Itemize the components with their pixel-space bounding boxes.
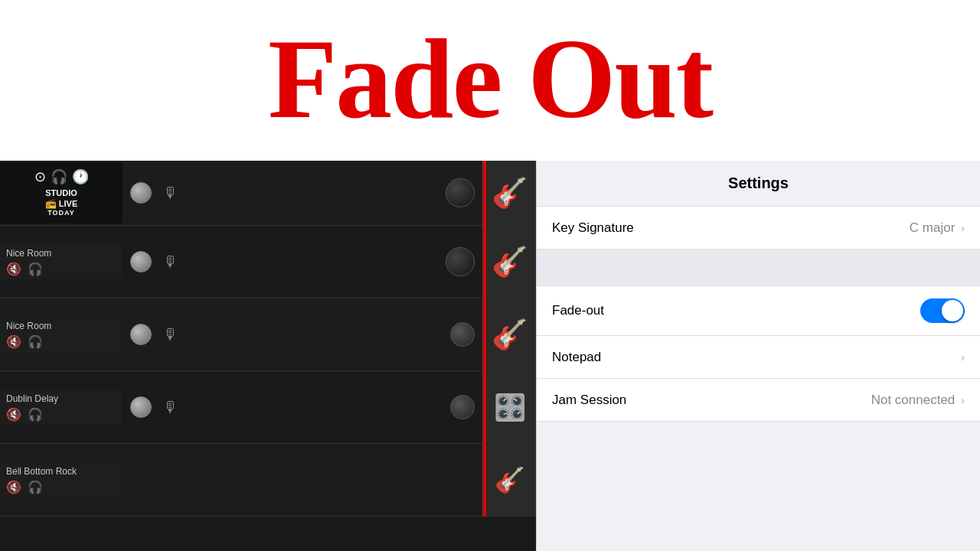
instrument-thumb-1[interactable]: 🎸 [482,161,536,230]
settings-panel: Settings Key Signature C major › Fade-ou… [536,161,980,551]
pan-knob-3[interactable] [450,322,475,347]
key-signature-value: C major › [910,220,965,236]
logo-icons: ⊙ 🎧 🕐 [34,168,89,185]
studio-logo: ⊙ 🎧 🕐 STUDIO 📻 LIVE TODAY [0,162,122,223]
solo-button-2[interactable]: 🎧 [28,262,43,276]
pan-knob-4[interactable] [450,395,475,419]
radio-icon: 📻 [45,198,57,209]
solo-button-5[interactable]: 🎧 [28,480,43,494]
title-area: Fade Out [0,0,980,161]
logo-today: TODAY [45,209,77,217]
track-buttons-5: 🔇 🎧 [6,480,116,494]
table-row: Dublin Delay 🔇 🎧 🎙 🎛️ [0,371,536,444]
mic-icon-2: 🎙 [163,253,178,271]
settings-header: Settings [537,161,980,207]
fadeout-label: Fade-out [552,303,604,318]
table-row: ⊙ 🎧 🕐 STUDIO 📻 LIVE TODAY 🎙 [0,161,536,226]
guitar-icon: 🎸 [492,176,528,210]
jam-session-value: Not connected › [871,393,965,408]
mic-icon: 🎙 [163,184,178,202]
bottom-area: ⊙ 🎧 🕐 STUDIO 📻 LIVE TODAY 🎙 [0,161,980,551]
key-signature-label: Key Signature [552,220,634,236]
logo-text-studio: STUDIO 📻 LIVE TODAY [45,188,77,217]
key-signature-text: C major [910,220,956,236]
logo-live: 📻 LIVE [45,198,77,209]
record-icon: ⊙ [34,168,46,185]
settings-item-fadeout[interactable]: Fade-out [537,286,980,336]
track-name-2: Nice Room [6,248,116,259]
track-name-5: Bell Bottom Rock [6,466,116,477]
settings-title: Settings [728,174,789,191]
guitar-icon-3: 🎸 [492,318,528,351]
chevron-right-icon-jam: › [961,394,965,406]
knobs-area-4: 🎙 [122,395,482,419]
knobs-area-3: 🎙 [122,322,482,347]
solo-button-4[interactable]: 🎧 [28,407,43,422]
track-buttons-3: 🔇 🎧 [6,334,116,349]
track-controls-3: Nice Room 🔇 🎧 [0,318,122,352]
notepad-label: Notepad [552,350,601,365]
guitar-icon-2: 🎸 [492,245,528,279]
headphones-icon: 🎧 [51,168,67,185]
instrument-thumb-2[interactable]: 🎸 [482,226,536,298]
instrument-thumb-4[interactable]: 🎛️ [482,371,536,444]
settings-item-notepad[interactable]: Notepad › [537,336,980,379]
clock-icon: 🕐 [72,168,89,185]
volume-knob[interactable] [130,182,152,204]
track-controls-5: Bell Bottom Rock 🔇 🎧 [0,463,122,497]
track-buttons-2: 🔇 🎧 [6,262,116,276]
track-controls-4: Dublin Delay 🔇 🎧 [0,390,122,425]
track-name-4: Dublin Delay [6,393,116,404]
settings-item-jam-session[interactable]: Jam Session Not connected › [537,379,980,422]
fadeout-toggle[interactable] [920,298,965,323]
main-title: Fade Out [268,22,712,135]
mic-icon-3: 🎙 [163,326,178,344]
mute-button-2[interactable]: 🔇 [6,262,21,276]
pan-knob-2[interactable] [446,247,475,276]
guitar-icon-5: 🎸 [495,465,525,494]
track-controls-2: Nice Room 🔇 🎧 [0,245,122,279]
volume-knob-4[interactable] [130,396,152,418]
pan-knob[interactable] [446,178,475,207]
settings-item-spacer [537,249,980,286]
mute-button-5[interactable]: 🔇 [6,480,21,494]
jam-session-text: Not connected [871,393,956,408]
instrument-thumb-5[interactable]: 🎸 [482,444,536,517]
track-buttons-4: 🔇 🎧 [6,407,116,422]
chevron-right-icon-notepad: › [961,351,965,364]
track-name-3: Nice Room [6,321,116,331]
solo-button-3[interactable]: 🎧 [28,334,43,349]
table-row: Bell Bottom Rock 🔇 🎧 🎸 [0,444,536,517]
volume-knob-2[interactable] [130,251,152,272]
mute-button-3[interactable]: 🔇 [6,334,21,349]
knobs-area-2: 🎙 [122,247,482,276]
jam-session-label: Jam Session [552,393,626,408]
volume-knob-3[interactable] [130,324,152,345]
mic-icon-4: 🎙 [163,399,178,416]
mute-button-4[interactable]: 🔇 [6,407,21,422]
notepad-value: › [961,351,965,364]
tracks-panel: ⊙ 🎧 🕐 STUDIO 📻 LIVE TODAY 🎙 [0,161,536,551]
chevron-right-icon: › [961,222,965,234]
instrument-thumb-3[interactable]: 🎸 [482,298,536,371]
knobs-area-1: 🎙 [122,178,482,207]
amp-icon: 🎛️ [494,392,526,422]
toggle-knob [942,300,963,321]
settings-list: Key Signature C major › Fade-out Notepad [537,207,980,551]
table-row: Nice Room 🔇 🎧 🎙 🎸 [0,298,536,371]
settings-item-key-signature[interactable]: Key Signature C major › [537,207,980,249]
table-row: Nice Room 🔇 🎧 🎙 🎸 [0,226,536,298]
